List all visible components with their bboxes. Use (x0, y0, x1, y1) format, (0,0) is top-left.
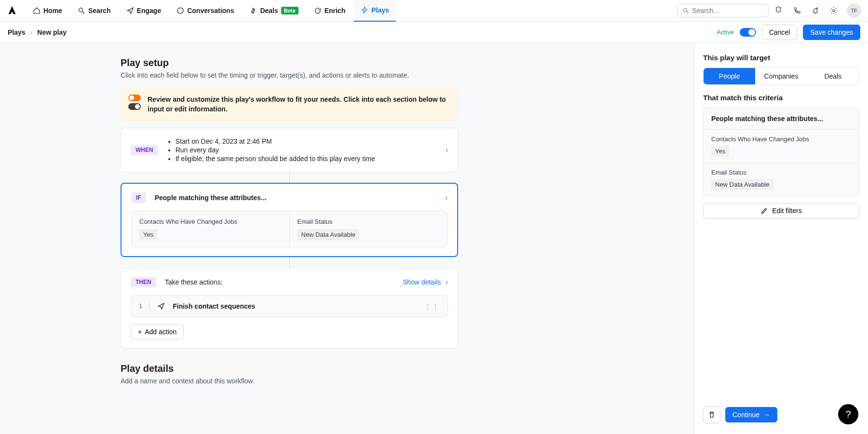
nav-search-label: Search (88, 7, 111, 14)
continue-button[interactable]: Continue → (725, 407, 777, 422)
attr-label: Email Status (298, 218, 440, 225)
attr-cell[interactable]: Contacts Who Have Changed Jobs Yes (132, 211, 289, 247)
active-toggle[interactable] (740, 28, 756, 37)
connector-line (289, 172, 290, 183)
main-scroll[interactable]: Play setup Click into each field below t… (0, 43, 694, 434)
chat-icon (176, 7, 184, 14)
criteria-value-chip: Yes (711, 146, 729, 157)
target-heading: This play will target (703, 54, 859, 62)
send-icon (157, 302, 165, 310)
add-action-button[interactable]: + Add action (131, 324, 184, 339)
when-tag: WHEN (131, 145, 158, 155)
target-segmented: People Companies Deals (703, 68, 859, 85)
svg-point-0 (79, 8, 83, 12)
action-row[interactable]: 1 Finish contact sequences ⋮⋮ (131, 295, 448, 317)
seg-deals[interactable]: Deals (807, 68, 859, 84)
breadcrumb-current: New play (37, 28, 67, 36)
global-search[interactable] (677, 4, 769, 17)
chevron-right-icon: › (446, 278, 448, 286)
settings-button[interactable] (826, 2, 842, 19)
nav-deals[interactable]: Deals Beta (243, 0, 305, 22)
nav-home[interactable]: Home (26, 0, 69, 22)
criteria-row[interactable]: Contacts Who Have Changed Jobs Yes (704, 130, 859, 163)
nav-deals-label: Deals (260, 7, 278, 14)
save-changes-button[interactable]: Save changes (803, 25, 860, 40)
attr-value-chip: New Data Available (298, 229, 360, 240)
nav-enrich-label: Enrich (325, 7, 346, 14)
nav-plays[interactable]: Plays (354, 0, 396, 22)
svg-point-2 (683, 8, 687, 12)
play-details-subtitle: Add a name and context about this workfl… (121, 377, 458, 385)
cancel-button[interactable]: Cancel (762, 25, 798, 40)
chevron-right-icon: › (445, 194, 448, 202)
if-title: People matching these attributes... (155, 194, 267, 202)
search-input[interactable] (692, 7, 763, 14)
show-details-link[interactable]: Show details › (403, 278, 448, 286)
edit-filters-button[interactable]: Edit filters (703, 203, 859, 218)
then-tag: THEN (131, 277, 156, 287)
attr-label: Contacts Who Have Changed Jobs (139, 218, 282, 225)
svg-point-4 (833, 10, 835, 12)
if-tag: IF (131, 192, 146, 203)
refresh-icon (314, 7, 322, 14)
svg-point-1 (177, 8, 183, 14)
plus-icon: + (138, 328, 142, 336)
phone-icon (793, 6, 801, 15)
right-panel: This play will target People Companies D… (694, 43, 868, 434)
nav-search[interactable]: Search (71, 0, 118, 22)
delete-button[interactable] (703, 406, 720, 423)
then-title: Take these actions: (165, 278, 223, 286)
action-label: Finish contact sequences (173, 302, 255, 310)
continue-label: Continue (732, 411, 760, 419)
when-bullet: Start on Dec 4, 2023 at 2:46 PM (176, 137, 375, 146)
seg-companies[interactable]: Companies (755, 68, 807, 84)
show-details-label: Show details (403, 278, 441, 286)
nav-conversations[interactable]: Conversations (170, 0, 241, 22)
app-logo (7, 5, 17, 16)
if-card[interactable]: IF People matching these attributes... ›… (121, 183, 458, 257)
seg-people[interactable]: People (704, 68, 755, 84)
extension-button[interactable] (771, 2, 787, 19)
chevron-right-icon: › (30, 28, 33, 36)
attr-cell[interactable]: Email Status New Data Available (289, 211, 448, 247)
nav-plays-label: Plays (371, 6, 389, 14)
when-card[interactable]: WHEN Start on Dec 4, 2023 at 2:46 PM Run… (121, 128, 458, 172)
edit-filters-label: Edit filters (772, 207, 801, 215)
beta-badge: Beta (281, 7, 298, 14)
notifications-button[interactable] (807, 2, 824, 19)
criteria-value-chip: New Data Available (711, 179, 773, 190)
criteria-box: People matching these attributes... Cont… (703, 108, 859, 196)
when-bullet: If eligible, the same person should be a… (176, 154, 375, 163)
when-bullet: Run every day (176, 146, 375, 154)
home-icon (33, 7, 41, 14)
play-setup-title: Play setup (121, 57, 458, 68)
criteria-label: Email Status (711, 169, 851, 176)
notice-text: Review and customize this play's workflo… (148, 95, 450, 114)
nav-enrich[interactable]: Enrich (307, 0, 353, 22)
phone-button[interactable] (789, 2, 805, 19)
search-icon (78, 7, 85, 14)
active-status-label: Active (717, 28, 733, 36)
chevron-right-icon: › (446, 146, 448, 154)
drag-handle-icon[interactable]: ⋮⋮ (424, 302, 440, 310)
puzzle-icon (774, 6, 783, 15)
nav-engage-label: Engage (137, 7, 162, 14)
subheader: Plays › New play Active Cancel Save chan… (0, 22, 868, 43)
toggle-illustration-icon (128, 95, 141, 110)
nav-engage[interactable]: Engage (120, 0, 168, 22)
arrow-right-icon: → (763, 411, 770, 419)
then-card[interactable]: THEN Take these actions: Show details › … (121, 268, 458, 349)
help-fab[interactable]: ? (838, 404, 858, 424)
review-notice: Review and customize this play's workflo… (121, 88, 458, 121)
top-nav: Home Search Engage Conversations Deals B… (0, 0, 868, 22)
criteria-row[interactable]: Email Status New Data Available (704, 163, 859, 196)
action-number: 1 (139, 302, 149, 310)
play-setup-subtitle: Click into each field below to set the t… (121, 71, 458, 79)
breadcrumb-root[interactable]: Plays (8, 28, 26, 36)
nav-home-label: Home (43, 7, 62, 14)
send-icon (126, 7, 134, 14)
user-avatar[interactable]: TF (847, 3, 861, 18)
nav-conversations-label: Conversations (187, 7, 234, 14)
criteria-label: Contacts Who Have Changed Jobs (711, 136, 851, 143)
when-summary: Start on Dec 4, 2023 at 2:46 PM Run ever… (176, 137, 375, 163)
